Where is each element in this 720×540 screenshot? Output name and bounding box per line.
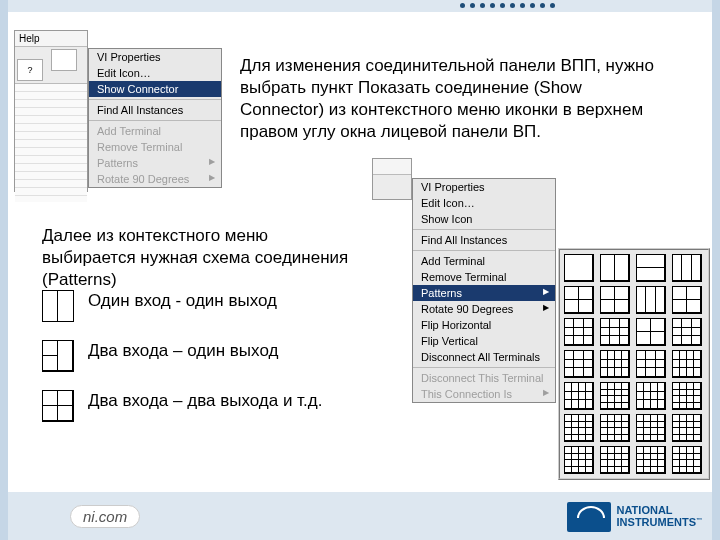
toolbar-button[interactable]	[51, 49, 77, 71]
ni-logo-icon	[567, 502, 611, 532]
menubar-fragment	[373, 159, 411, 175]
pattern-cell[interactable]	[564, 318, 594, 346]
menu-item-vi-properties[interactable]: VI Properties	[413, 179, 555, 195]
menu-item-find-all[interactable]: Find All Instances	[413, 232, 555, 248]
menu-separator	[89, 120, 221, 121]
pattern-cell[interactable]	[636, 414, 666, 442]
menu-item-add-terminal[interactable]: Add Terminal	[413, 253, 555, 269]
context-menu-1: VI Properties Edit Icon… Show Connector …	[88, 48, 222, 188]
pattern-cell[interactable]	[564, 286, 594, 314]
pattern-cell[interactable]	[636, 318, 666, 346]
menu-item-edit-icon[interactable]: Edit Icon…	[413, 195, 555, 211]
pattern-cell[interactable]	[564, 382, 594, 410]
pattern-cell[interactable]	[600, 382, 630, 410]
toolbar-help-icon[interactable]: ?	[17, 59, 43, 81]
pattern-cell[interactable]	[600, 318, 630, 346]
menu-item-flip-vertical[interactable]: Flip Vertical	[413, 333, 555, 349]
pattern-cell[interactable]	[600, 254, 630, 282]
pattern-label-2: Два входа – один выход	[88, 340, 278, 362]
connector-icon-2-2	[42, 390, 74, 422]
menubar-help[interactable]: Help	[15, 31, 87, 47]
pattern-cell[interactable]	[564, 350, 594, 378]
menu-item-patterns: Patterns	[89, 155, 221, 171]
menu-item-this-connection: This Connection Is	[413, 386, 555, 402]
pattern-cell[interactable]	[564, 446, 594, 474]
connector-icon-1-1	[42, 290, 74, 322]
menu-separator	[413, 250, 555, 251]
description-paragraph-2: Далее из контекстного меню выбирается ну…	[42, 225, 352, 291]
pattern-cell[interactable]	[636, 350, 666, 378]
menu-item-vi-properties[interactable]: VI Properties	[89, 49, 221, 65]
menu-item-rotate: Rotate 90 Degrees	[89, 171, 221, 187]
pattern-cell[interactable]	[636, 254, 666, 282]
pattern-cell[interactable]	[672, 286, 702, 314]
pattern-label-3: Два входа – два выхода и т.д.	[88, 390, 322, 412]
menu-item-patterns[interactable]: Patterns	[413, 285, 555, 301]
pattern-cell[interactable]	[672, 350, 702, 378]
ni-logo-text-1: NATIONAL	[617, 504, 673, 516]
pattern-cell[interactable]	[672, 254, 702, 282]
pattern-cell[interactable]	[600, 414, 630, 442]
top-decoration	[8, 0, 712, 12]
menu-item-remove-terminal[interactable]: Remove Terminal	[413, 269, 555, 285]
context-menu-2: VI Properties Edit Icon… Show Icon Find …	[412, 178, 556, 403]
ni-logo: NATIONAL INSTRUMENTS™	[567, 502, 702, 532]
pattern-cell[interactable]	[636, 286, 666, 314]
pattern-cell[interactable]	[636, 382, 666, 410]
pattern-row-3: Два входа – два выхода и т.д.	[42, 390, 322, 422]
pattern-cell[interactable]	[636, 446, 666, 474]
pattern-label-1: Один вход - один выход	[88, 290, 277, 312]
menu-separator	[413, 367, 555, 368]
menu-item-show-connector[interactable]: Show Connector	[89, 81, 221, 97]
pattern-row-1: Один вход - один выход	[42, 290, 322, 322]
side-decoration-right	[712, 0, 720, 540]
menu-separator	[89, 99, 221, 100]
pattern-row-2: Два входа – один выход	[42, 340, 322, 372]
patterns-palette	[558, 248, 710, 480]
window-fragment-2	[372, 158, 412, 200]
pattern-cell[interactable]	[672, 318, 702, 346]
menu-item-flip-horizontal[interactable]: Flip Horizontal	[413, 317, 555, 333]
menu-item-add-terminal: Add Terminal	[89, 123, 221, 139]
menu-item-find-all[interactable]: Find All Instances	[89, 102, 221, 118]
top-dots	[460, 3, 555, 8]
menu-item-disconnect-all[interactable]: Disconnect All Terminals	[413, 349, 555, 365]
ni-logo-text-2: INSTRUMENTS	[617, 516, 696, 528]
pattern-cell[interactable]	[564, 414, 594, 442]
menu-item-show-icon[interactable]: Show Icon	[413, 211, 555, 227]
window-fragment-1: Help ?	[14, 30, 88, 192]
side-decoration-left	[0, 0, 8, 540]
pattern-cell[interactable]	[564, 254, 594, 282]
description-paragraph-1: Для изменения соединительной панели ВПП,…	[240, 55, 670, 143]
pattern-cell[interactable]	[672, 446, 702, 474]
pattern-cell[interactable]	[672, 382, 702, 410]
front-panel-grid	[15, 83, 87, 202]
ni-com-badge: ni.com	[70, 505, 140, 528]
menu-item-edit-icon[interactable]: Edit Icon…	[89, 65, 221, 81]
pattern-cell[interactable]	[672, 414, 702, 442]
menu-item-remove-terminal: Remove Terminal	[89, 139, 221, 155]
pattern-cell[interactable]	[600, 446, 630, 474]
pattern-cell[interactable]	[600, 286, 630, 314]
pattern-cell[interactable]	[600, 350, 630, 378]
connector-icon-2-1	[42, 340, 74, 372]
menu-item-rotate[interactable]: Rotate 90 Degrees	[413, 301, 555, 317]
menu-separator	[413, 229, 555, 230]
pattern-examples: Один вход - один выход Два входа – один …	[42, 290, 322, 440]
menu-item-disconnect-this: Disconnect This Terminal	[413, 370, 555, 386]
